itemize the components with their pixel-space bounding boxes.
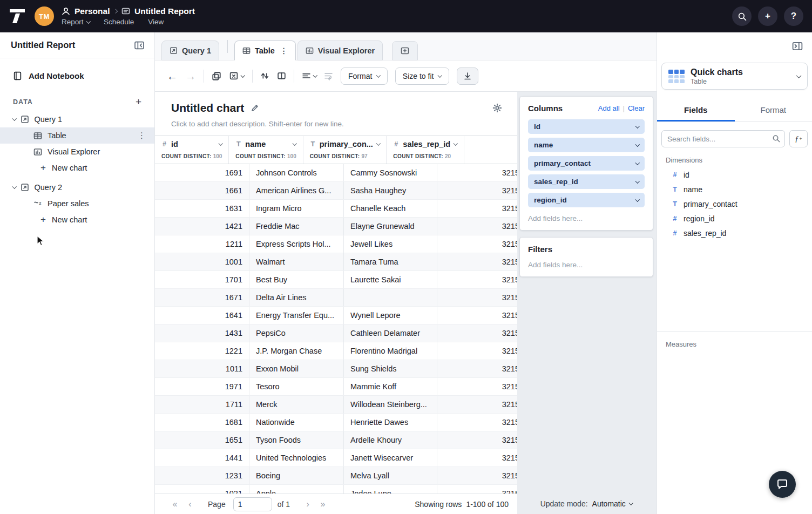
text-wrap-button[interactable]: [324, 71, 333, 80]
table-row[interactable]: 1021 Apple Jodee Lupo 3215: [155, 485, 517, 493]
help-button[interactable]: ?: [784, 6, 803, 26]
tab-table[interactable]: Table ⋮: [234, 40, 296, 60]
tab-kebab-icon[interactable]: ⋮: [280, 46, 288, 55]
page-input[interactable]: [233, 497, 272, 511]
chevron-down-icon[interactable]: [635, 160, 639, 165]
undo-button[interactable]: ←: [167, 71, 178, 82]
clear-link[interactable]: Clear: [628, 104, 645, 112]
sidebar-item-new-chart[interactable]: + New chart: [0, 212, 154, 228]
sidebar-item-query2[interactable]: Query 2: [0, 179, 154, 195]
filters-drop-placeholder[interactable]: Add fields here...: [528, 261, 645, 269]
chevron-down-icon[interactable]: [219, 141, 223, 146]
chevron-down-icon[interactable]: [635, 197, 639, 201]
report-title[interactable]: Untitled Report: [134, 6, 195, 16]
sidebar-item-table[interactable]: Table ⋮: [0, 127, 154, 144]
table-row[interactable]: 1691 Johnson Controls Cammy Sosnowski 32…: [155, 164, 517, 182]
table-row[interactable]: 1421 Freddie Mac Elayne Grunewald 3215: [155, 218, 517, 235]
column-header[interactable]: T primary_con... COUNT DISTINCT:97: [303, 136, 387, 164]
chevron-down-icon[interactable]: [293, 141, 297, 146]
chevron-down-icon[interactable]: [635, 142, 639, 146]
table-row[interactable]: 1221 J.P. Morgan Chase Florentino Madrig…: [155, 342, 517, 360]
table-row[interactable]: 1971 Tesoro Mammie Koff 3215: [155, 378, 517, 396]
column-header[interactable]: # sales_rep_id COUNT DISTINCT:20: [387, 136, 464, 164]
column-pill[interactable]: id: [528, 119, 645, 134]
tab-fields[interactable]: Fields: [657, 99, 735, 121]
alignment-button[interactable]: [302, 71, 317, 80]
edit-title-button[interactable]: [251, 104, 259, 112]
new-chart-tab-button[interactable]: [392, 41, 418, 60]
sidebar-item-new-chart[interactable]: + New chart: [0, 160, 154, 176]
add-chart-button[interactable]: [212, 71, 221, 81]
table-row[interactable]: 1661 American Airlines G... Sasha Haughe…: [155, 182, 517, 200]
column-pill[interactable]: name: [528, 138, 645, 152]
table-row[interactable]: 1211 Express Scripts Hol... Jewell Likes…: [155, 235, 517, 253]
download-button[interactable]: [457, 67, 478, 85]
table-row[interactable]: 1001 Walmart Tamara Tuma 3215: [155, 253, 517, 271]
redo-button[interactable]: →: [185, 71, 196, 82]
add-button[interactable]: +: [758, 6, 777, 26]
sidebar-item-visual-explorer[interactable]: Visual Explorer: [0, 144, 154, 160]
size-to-fit-button[interactable]: Size to fit: [395, 67, 449, 85]
dimension-field[interactable]: # sales_rep_id: [657, 226, 812, 240]
sort-rows-button[interactable]: [260, 71, 269, 80]
column-header[interactable]: # id COUNT DISTINCT:100: [155, 136, 229, 164]
chevron-down-icon[interactable]: [12, 185, 17, 189]
table-row[interactable]: 1711 Merck Willodean Steinberg... 3215: [155, 396, 517, 414]
table-row[interactable]: 1701 Best Buy Laurette Sakai 3215: [155, 271, 517, 289]
chevron-down-icon[interactable]: [12, 117, 17, 121]
report-menu[interactable]: Report: [62, 18, 90, 26]
add-data-button[interactable]: +: [136, 97, 141, 107]
next-page-button[interactable]: ›: [303, 499, 313, 509]
table-row[interactable]: 1431 PepsiCo Cathleen Delamater 3215: [155, 324, 517, 342]
dimension-field[interactable]: T name: [657, 182, 812, 197]
add-formula-button[interactable]: ƒ+: [789, 130, 808, 147]
tab-visual-explorer[interactable]: Visual Explorer: [297, 40, 383, 60]
table-row[interactable]: 1641 Energy Transfer Equ... Wynell Lepor…: [155, 307, 517, 324]
table-row[interactable]: 1231 Boeing Melva Lyall 3215: [155, 467, 517, 485]
chevron-down-icon[interactable]: [376, 141, 381, 146]
tab-format[interactable]: Format: [735, 99, 812, 121]
chart-title[interactable]: Untitled chart: [171, 102, 244, 114]
schedule-menu[interactable]: Schedule: [104, 18, 134, 26]
remove-chart-button[interactable]: [229, 71, 245, 80]
quick-charts-selector[interactable]: Quick charts Table: [661, 63, 808, 90]
column-pill[interactable]: region_id: [528, 193, 645, 207]
chevron-down-icon[interactable]: [635, 179, 639, 183]
table-row[interactable]: 1631 Ingram Micro Chanelle Keach 3215: [155, 200, 517, 218]
table-row[interactable]: 1681 Nationwide Henriette Dawes 3215: [155, 414, 517, 431]
avatar[interactable]: TM: [35, 6, 54, 26]
search-button[interactable]: [732, 6, 752, 26]
dimension-field[interactable]: # region_id: [657, 211, 812, 226]
columns-drop-placeholder[interactable]: Add fields here...: [528, 214, 645, 222]
add-all-link[interactable]: Add all: [598, 104, 620, 112]
table-row[interactable]: 1671 Delta Air Lines 3215: [155, 289, 517, 307]
chevron-down-icon[interactable]: [635, 124, 639, 128]
chart-description-placeholder[interactable]: Click to add chart description. Shift-en…: [171, 120, 502, 128]
chevron-down-icon[interactable]: [454, 141, 458, 146]
manage-columns-button[interactable]: [277, 71, 286, 80]
kebab-menu-icon[interactable]: ⋮: [138, 131, 146, 140]
help-chat-button[interactable]: [769, 471, 796, 498]
update-mode-select[interactable]: Automatic: [592, 499, 633, 508]
table-row[interactable]: 1441 United Technologies Janett Wisecarv…: [155, 449, 517, 467]
last-page-button[interactable]: »: [318, 499, 328, 509]
table-row[interactable]: 1651 Tyson Foods Ardelle Khoury 3215: [155, 431, 517, 449]
expand-panel-button[interactable]: [791, 41, 803, 51]
format-button[interactable]: Format: [341, 67, 388, 85]
app-logo-icon[interactable]: [9, 7, 27, 25]
sidebar-item-query1[interactable]: Query 1: [0, 111, 154, 127]
workspace-name[interactable]: Personal: [75, 6, 110, 16]
column-header[interactable]: T name COUNT DISTINCT:100: [229, 136, 303, 164]
collapse-sidebar-button[interactable]: [134, 40, 145, 50]
dimension-field[interactable]: T primary_contact: [657, 197, 812, 211]
first-page-button[interactable]: «: [170, 499, 180, 509]
sidebar-item-paper-sales[interactable]: 2 Paper sales: [0, 195, 154, 212]
view-menu[interactable]: View: [148, 18, 164, 26]
chart-settings-button[interactable]: [492, 103, 502, 113]
tab-query1[interactable]: Query 1: [161, 40, 219, 60]
column-pill[interactable]: sales_rep_id: [528, 174, 645, 189]
table-row[interactable]: 1011 Exxon Mobil Sung Shields 3215: [155, 360, 517, 378]
add-notebook-button[interactable]: Add Notebook: [0, 71, 154, 80]
prev-page-button[interactable]: ‹: [185, 499, 195, 509]
column-pill[interactable]: primary_contact: [528, 156, 645, 171]
